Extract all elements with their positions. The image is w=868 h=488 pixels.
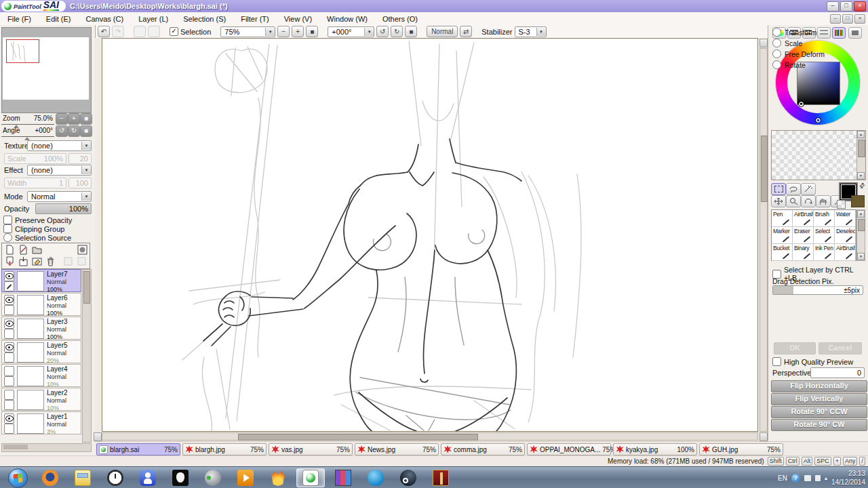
menu-item[interactable]: View (V) [277,13,319,25]
tray-expand-icon[interactable]: ▴ [825,475,827,481]
taskbar-app-button[interactable] [199,468,227,487]
document-tab[interactable]: blargh.jpg 75% [182,443,267,455]
new-folder-icon[interactable] [32,245,42,255]
taskbar-app-button[interactable] [3,468,32,487]
clipping-group-checkbox[interactable]: Clipping Group [3,224,64,233]
chevron-down-icon[interactable]: ▼ [265,28,275,36]
layer-visibility-toggle[interactable] [4,366,14,376]
move-tool[interactable] [771,195,786,207]
new-layer-icon[interactable] [5,245,15,255]
layer-lock-toggle[interactable] [4,424,14,434]
rotate-view-tool[interactable] [801,195,816,207]
radio-circle[interactable] [772,28,781,37]
angle-reset-button[interactable]: ■ [405,26,417,37]
transform-mode-radio[interactable]: Free Deform [772,50,868,58]
tool-cell[interactable]: Marker [772,227,793,244]
layer-visibility-toggle[interactable] [4,319,14,329]
nav-angle-reset-button[interactable]: ■ [80,125,92,137]
taskbar-app-button[interactable] [361,468,390,487]
layer-item[interactable]: Layer5 Normal 20% [1,340,81,363]
tool-cell[interactable]: Eraser [793,227,814,244]
sv-marker[interactable] [798,101,804,107]
layer-mode-combo[interactable]: Normal ▼ [27,191,92,202]
checkbox-box[interactable] [772,357,781,366]
nav-zoom-out-button[interactable]: − [56,113,68,125]
zoom-tool[interactable] [786,195,801,207]
transfer-down-icon[interactable] [5,256,15,266]
document-tab[interactable]: GUH.jpg 75% [699,443,783,455]
menu-item[interactable]: Window (W) [319,13,375,25]
chevron-down-icon[interactable]: ▼ [536,28,546,36]
transform-mode-radio[interactable]: Scale [772,39,868,47]
layers-hscrollbar-thumb[interactable] [3,445,28,449]
flip-horizontally-button[interactable]: Flip Horizontally [771,380,867,392]
tool-cell[interactable]: Water [835,210,856,227]
selection-redo-button[interactable] [148,26,160,37]
canvas-corner-button[interactable] [760,39,768,47]
layer-thumbnail[interactable] [17,295,44,315]
tool-cell[interactable]: Ink Pen [814,244,835,261]
close-button[interactable]: × [854,1,866,12]
selection-checkbox[interactable]: ✓ [170,27,178,36]
rotate-90-cw-button[interactable]: Rotate 90° CW [771,419,867,431]
chevron-down-icon[interactable]: ▼ [81,166,91,174]
document-tab[interactable]: blargh.sai 75% [96,443,180,455]
document-restore-button[interactable]: □ [842,14,853,24]
hand-tool[interactable] [816,195,831,207]
layer-thumbnail[interactable] [17,390,44,410]
nav-zoom-reset-button[interactable]: ■ [80,113,92,125]
layers-scrollbar-thumb[interactable] [83,271,90,304]
canvas[interactable] [102,38,758,432]
tool-cell[interactable]: Select [814,227,835,244]
clear-layer-icon[interactable] [32,256,42,266]
scroll-down-button[interactable]: ▼ [857,253,865,260]
cancel-button[interactable]: Cancel [818,342,862,354]
layer-visibility-toggle[interactable] [4,342,14,352]
document-tab[interactable]: vas.jpg 75% [269,443,353,455]
layer-visibility-toggle[interactable] [4,413,14,424]
tool-cell[interactable]: AirBrush [835,244,856,261]
taskbar-app-button[interactable] [264,468,292,487]
layer-opacity-slider[interactable]: 100% [35,203,92,214]
zoom-in-button[interactable]: + [292,26,304,37]
zoom-reset-button[interactable]: ■ [306,26,318,37]
canvas-vscrollbar-thumb[interactable] [761,136,768,202]
swatches-panel[interactable]: ▲ ▼ [771,130,866,180]
chevron-down-icon[interactable]: ▼ [364,28,374,36]
view-mode-button[interactable]: Normal [427,26,458,37]
redo-button[interactable]: ↷ [112,26,124,37]
layer-item[interactable]: Layer3 Normal 100% [1,317,81,340]
tool-cell[interactable]: AirBrush [793,210,814,227]
tray-app-icon[interactable] [815,475,821,481]
tray-app-icon[interactable] [804,475,811,481]
scroll-up-button[interactable]: ▲ [857,210,865,218]
menu-item[interactable]: Selection (S) [176,13,233,25]
minimize-button[interactable]: – [827,1,839,12]
taskbar-app-button[interactable] [329,468,357,487]
layer-thumbnail[interactable] [17,319,44,339]
tool-cell[interactable]: Binary [793,244,814,261]
scroll-down-button[interactable]: ▼ [857,172,865,180]
layer-visibility-toggle[interactable] [4,295,14,305]
canvas-hscrollbar[interactable] [102,432,758,441]
merge-down-icon[interactable] [18,256,28,266]
taskbar-app-button[interactable] [134,468,162,487]
high-quality-preview-checkbox[interactable]: High Quality Preview [772,357,853,366]
effect-combo[interactable]: (none) ▼ [27,165,92,176]
radio-circle[interactable] [772,60,781,69]
navigator-viewport-rect[interactable] [6,39,39,63]
layer-item[interactable]: Layer4 Normal 10% [1,364,81,387]
hue-marker[interactable] [815,117,821,123]
menu-item[interactable]: File (F) [0,13,39,25]
radio-circle[interactable] [772,49,781,58]
nav-rotate-cw-button[interactable]: ↻ [68,125,80,137]
layer-lock-toggle[interactable] [4,352,14,363]
transform-mode-radio[interactable]: Transform [772,28,868,36]
flip-view-button[interactable]: ⇄ [460,26,472,37]
selection-source-radio[interactable]: Selection Source [3,233,71,242]
flip-vertically-button[interactable]: Flip Vertically [771,393,867,405]
document-tab[interactable]: News.jpg 75% [355,443,439,455]
undo-button[interactable]: ↶ [98,26,110,37]
navigator-zoom-slider[interactable]: Zoom 75.0% [1,115,54,125]
rotate-cw-button[interactable]: ↻ [391,26,403,37]
